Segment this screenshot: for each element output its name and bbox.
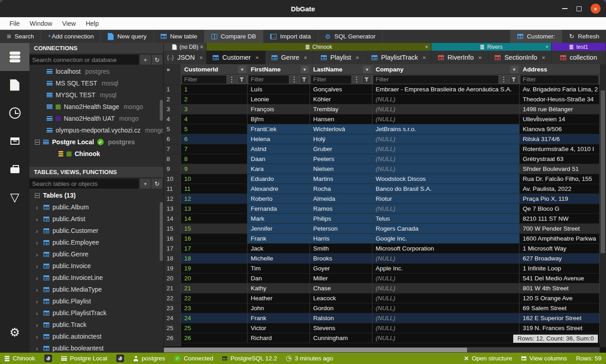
close-icon[interactable]: ×: [199, 54, 203, 61]
compare-db-button[interactable]: Compare DB: [205, 30, 263, 43]
cell-LastName[interactable]: Chase: [310, 284, 372, 293]
cell-FirstName[interactable]: Leonie: [248, 95, 310, 104]
tab-json[interactable]: {..}JSON×: [164, 51, 206, 64]
connection-item[interactable]: MYSQL TESTmysql: [29, 89, 163, 101]
cell-FirstName[interactable]: Astrid: [248, 144, 310, 154]
cell-Company[interactable]: (NULL): [372, 134, 520, 144]
cell-Address[interactable]: 627 Broadway: [520, 254, 600, 263]
cell-FirstName[interactable]: Mark: [248, 214, 310, 223]
funnel-button[interactable]: [237, 76, 246, 84]
view-columns-button[interactable]: View columns: [521, 355, 567, 362]
refresh-tables-button[interactable]: ↻: [152, 179, 162, 189]
cell-Company[interactable]: (NULL): [372, 274, 520, 283]
cell-Address[interactable]: 120 S Orange Ave: [520, 293, 600, 303]
row-number[interactable]: 15: [164, 224, 181, 233]
cell-CustomerId[interactable]: 5: [181, 124, 248, 134]
cell-LastName[interactable]: Brooks: [310, 254, 372, 263]
cell-CustomerId[interactable]: 13: [181, 204, 248, 213]
cell-LastName[interactable]: Goyer: [310, 264, 372, 273]
cell-Address[interactable]: 700 W Pender Street: [520, 224, 600, 233]
row-number[interactable]: 9: [164, 164, 181, 174]
cell-FirstName[interactable]: Richard: [248, 333, 310, 343]
cell-Address[interactable]: 1 Infinite Loop: [520, 264, 600, 273]
cell-LastName[interactable]: Gordon: [310, 303, 372, 313]
refresh-connections-button[interactable]: ↻: [152, 55, 162, 65]
cell-Address[interactable]: Theodor-Heuss-Straße 34: [520, 95, 600, 104]
cell-Address[interactable]: 69 Salem Street: [520, 303, 600, 313]
cell-Company[interactable]: Telus: [372, 214, 520, 223]
new-query-button[interactable]: New query: [101, 30, 154, 43]
cell-Company[interactable]: Rogers Canada: [372, 224, 520, 233]
cell-LastName[interactable]: Leacock: [310, 293, 372, 303]
nav-settings[interactable]: ⚙: [0, 318, 29, 346]
close-icon[interactable]: ×: [425, 44, 428, 50]
row-number[interactable]: 3: [164, 104, 181, 114]
cell-CustomerId[interactable]: 14: [181, 214, 248, 223]
cell-LastName[interactable]: Nielsen: [310, 164, 372, 174]
cell-Company[interactable]: (NULL): [372, 323, 520, 333]
cell-CustomerId[interactable]: 4: [181, 114, 248, 124]
row-number[interactable]: 11: [164, 184, 181, 194]
add-connection-button[interactable]: Add connection: [41, 30, 101, 43]
row-number[interactable]: 14: [164, 214, 181, 223]
close-icon[interactable]: ×: [200, 44, 203, 50]
cell-FirstName[interactable]: Roberto: [248, 194, 310, 203]
cell-CustomerId[interactable]: 15: [181, 224, 248, 233]
dots-menu-button[interactable]: ⋮: [352, 76, 361, 84]
table-item[interactable]: ›public.Genre: [29, 248, 163, 260]
connection-item[interactable]: Chinook: [29, 148, 163, 160]
cell-CustomerId[interactable]: 1: [181, 85, 248, 94]
row-number[interactable]: 6: [164, 134, 181, 144]
cell-FirstName[interactable]: Kara: [248, 164, 310, 174]
tab-group-test1[interactable]: test1: [552, 43, 606, 51]
row-number[interactable]: 10: [164, 174, 181, 184]
cell-FirstName[interactable]: Daan: [248, 154, 310, 164]
cell-FirstName[interactable]: Michelle: [248, 254, 310, 263]
cell-Company[interactable]: (NULL): [372, 313, 520, 323]
cell-CustomerId[interactable]: 7: [181, 144, 248, 154]
tables-group[interactable]: Tables (13): [29, 189, 163, 201]
cell-LastName[interactable]: Martins: [310, 174, 372, 184]
table-item[interactable]: ›public.Employee: [29, 236, 163, 248]
cell-CustomerId[interactable]: 23: [181, 303, 248, 313]
column-header-Address[interactable]: Address: [520, 64, 600, 74]
cell-LastName[interactable]: Peterson: [310, 224, 372, 233]
close-icon[interactable]: ×: [478, 54, 482, 61]
cell-Company[interactable]: (NULL): [372, 284, 520, 293]
row-number[interactable]: 4: [164, 114, 181, 124]
import-data-button[interactable]: Import data: [263, 30, 318, 43]
new-table-button[interactable]: New table: [154, 30, 205, 43]
close-icon[interactable]: ×: [304, 54, 307, 61]
cell-FirstName[interactable]: John: [248, 303, 310, 313]
collapse-icon[interactable]: [35, 193, 40, 198]
cell-Address[interactable]: Rilská 3174/6: [520, 134, 600, 144]
cell-CustomerId[interactable]: 21: [181, 284, 248, 293]
menu-window[interactable]: Window: [25, 17, 57, 29]
nav-plugins[interactable]: [0, 155, 29, 183]
cell-LastName[interactable]: Smith: [310, 244, 372, 253]
filter-input-LastName[interactable]: [311, 76, 351, 84]
cell-CustomerId[interactable]: 25: [181, 323, 248, 333]
row-number[interactable]: 12: [164, 194, 181, 203]
menu-help[interactable]: Help: [81, 17, 104, 29]
cell-CustomerId[interactable]: 9: [181, 164, 248, 174]
cell-Address[interactable]: Ullevĺlsveien 14: [520, 114, 600, 124]
tab-sectioninfo[interactable]: SectionInfo×: [489, 51, 552, 64]
row-number[interactable]: 23: [164, 303, 181, 313]
cell-CustomerId[interactable]: 18: [181, 254, 248, 263]
grid-vertical-scrollbar[interactable]: [600, 64, 606, 347]
tab-customer[interactable]: Customer×: [206, 51, 266, 64]
dots-menu-button[interactable]: ⋮: [227, 76, 236, 84]
row-number[interactable]: 2: [164, 95, 181, 104]
chevron-down-icon[interactable]: ▾: [301, 66, 309, 73]
cell-Company[interactable]: Google Inc.: [372, 234, 520, 243]
table-item[interactable]: ›public.Invoice: [29, 260, 163, 272]
connection-item[interactable]: Nano2Health Stagemongo: [29, 101, 163, 113]
cell-Address[interactable]: Rotenturmstraße 4, 1010 I: [520, 144, 600, 154]
connection-item[interactable]: MS SQL TESTmssql: [29, 77, 163, 89]
cell-LastName[interactable]: Holý: [310, 134, 372, 144]
cell-Address[interactable]: 1 Microsoft Way: [520, 244, 600, 253]
cell-Company[interactable]: JetBrains s.r.o.: [372, 124, 520, 134]
connection-item[interactable]: Nano2Health UATmongo: [29, 113, 163, 124]
cell-LastName[interactable]: Miller: [310, 274, 372, 283]
